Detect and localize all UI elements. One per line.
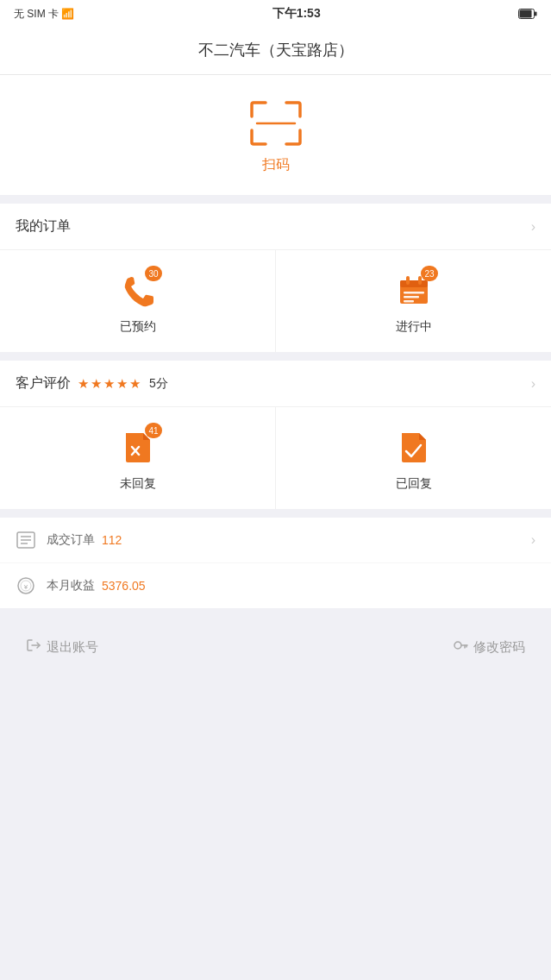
key-icon — [453, 638, 468, 656]
booked-badge: 30 — [145, 266, 161, 281]
active-badge: 23 — [421, 266, 437, 281]
logout-button[interactable]: 退出账号 — [26, 638, 98, 656]
logout-label: 退出账号 — [47, 639, 98, 656]
list-icon — [16, 530, 36, 550]
svg-rect-7 — [418, 276, 422, 285]
page-title: 不二汽车（天宝路店） — [0, 28, 551, 75]
status-network: 无 SIM 卡 📶 — [14, 7, 74, 22]
scan-label[interactable]: 扫码 — [262, 156, 290, 174]
rating-score: 5分 — [149, 376, 168, 392]
reviews-header-left: 客户评价 ★★★★★ 5分 — [16, 374, 168, 393]
reviews-title: 客户评价 — [16, 374, 71, 393]
rating-stars: ★★★★★ — [78, 376, 142, 392]
reviews-header[interactable]: 客户评价 ★★★★★ 5分 › — [0, 361, 551, 407]
scan-icon[interactable] — [248, 99, 304, 148]
shop-name: 不二汽车（天宝路店） — [198, 41, 354, 59]
svg-rect-6 — [406, 276, 410, 285]
orders-stat-label: 成交订单 — [47, 532, 95, 548]
orders-chevron: › — [531, 219, 535, 235]
orders-section: 我的订单 › 30 已预约 — [0, 204, 551, 352]
unreplied-badge: 41 — [145, 423, 161, 438]
stats-orders-row[interactable]: 成交订单 112 › — [0, 518, 551, 563]
review-item-unreplied[interactable]: 41 未回复 — [0, 407, 276, 509]
orders-stat-value: 112 — [102, 533, 122, 547]
status-bar: 无 SIM 卡 📶 下午1:53 — [0, 0, 551, 28]
reviews-section: 客户评价 ★★★★★ 5分 › 41 未回复 — [0, 361, 551, 509]
review-item-replied[interactable]: 已回复 — [276, 407, 551, 509]
status-battery — [518, 9, 537, 19]
svg-rect-1 — [520, 10, 532, 18]
change-password-button[interactable]: 修改密码 — [453, 638, 525, 656]
coin-icon: ¥ — [16, 575, 36, 596]
reviews-grid: 41 未回复 已回复 — [0, 407, 551, 509]
phone-booked-icon: 30 — [117, 269, 159, 311]
svg-point-21 — [454, 642, 461, 649]
status-time: 下午1:53 — [272, 6, 321, 22]
order-item-active[interactable]: 23 进行中 — [276, 250, 551, 352]
svg-rect-9 — [404, 296, 419, 298]
calendar-active-icon: 23 — [393, 269, 435, 311]
svg-rect-5 — [400, 280, 428, 287]
logout-icon — [26, 638, 41, 656]
svg-rect-10 — [404, 300, 414, 303]
doc-x-icon: 41 — [117, 426, 159, 468]
battery-icon — [518, 9, 537, 19]
change-password-label: 修改密码 — [473, 639, 525, 656]
svg-rect-2 — [535, 12, 537, 16]
footer-actions: 退出账号 修改密码 — [0, 617, 551, 677]
orders-title: 我的订单 — [16, 217, 71, 236]
reviews-chevron: › — [531, 376, 535, 392]
doc-check-icon — [393, 426, 435, 468]
orders-grid: 30 已预约 — [0, 250, 551, 352]
stats-section: 成交订单 112 › ¥ 本月收益 5376.05 — [0, 518, 551, 608]
order-item-booked[interactable]: 30 已预约 — [0, 250, 276, 352]
scan-section: 扫码 — [0, 75, 551, 195]
income-stat-label: 本月收益 — [47, 578, 95, 594]
unreplied-label: 未回复 — [120, 476, 156, 492]
orders-header[interactable]: 我的订单 › — [0, 204, 551, 250]
svg-text:¥: ¥ — [23, 583, 28, 591]
svg-rect-8 — [404, 292, 424, 294]
active-label: 进行中 — [396, 319, 432, 335]
replied-label: 已回复 — [396, 476, 432, 492]
income-stat-value: 5376.05 — [102, 579, 146, 593]
stats-orders-chevron: › — [531, 532, 535, 548]
stats-income-row: ¥ 本月收益 5376.05 — [0, 563, 551, 608]
booked-label: 已预约 — [120, 319, 156, 335]
